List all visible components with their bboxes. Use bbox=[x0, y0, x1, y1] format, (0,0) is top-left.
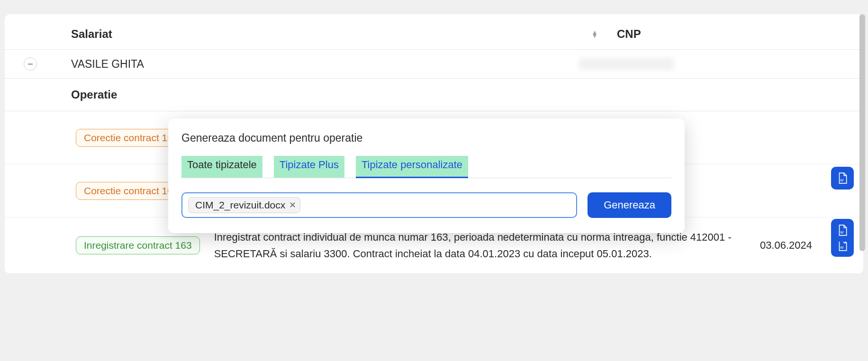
generate-document-button[interactable]: W bbox=[831, 167, 854, 190]
operation-badge[interactable]: Corectie contract 15 bbox=[76, 129, 181, 147]
svg-text:W: W bbox=[840, 245, 844, 250]
tab-plus-templates[interactable]: Tipizate Plus bbox=[274, 156, 344, 178]
column-header-salariat-label: Salariat bbox=[71, 27, 112, 41]
operations-subheader-label: Operatie bbox=[71, 88, 117, 101]
employee-operations-card: Salariat ▲▼ CNP − VASILE GHITA bbox=[5, 14, 863, 274]
column-header-tools: ▲▼ bbox=[591, 29, 603, 40]
operation-badge[interactable]: Inregistrare contract 163 bbox=[76, 236, 200, 254]
svg-text:W: W bbox=[840, 230, 844, 235]
employee-name: VASILE GHITA bbox=[71, 58, 579, 71]
operation-date: 03.06.2024 bbox=[760, 239, 812, 252]
operation-badge[interactable]: Corectie contract 10 bbox=[76, 182, 181, 200]
column-header-cnp[interactable]: CNP bbox=[617, 27, 844, 41]
scrollbar-thumb[interactable] bbox=[859, 14, 865, 251]
cnp-value-redacted bbox=[579, 58, 674, 70]
column-header-salariat[interactable]: Salariat bbox=[71, 27, 591, 41]
table-header: Salariat ▲▼ CNP bbox=[5, 14, 863, 50]
collapse-toggle[interactable]: − bbox=[24, 57, 37, 71]
popover-title: Genereaza document pentru operatie bbox=[181, 132, 671, 144]
popover-form: CIM_2_revizuit.docx ✕ Genereaza bbox=[181, 192, 671, 218]
generate-document-popover: Genereaza document pentru operatie Toate… bbox=[168, 118, 685, 233]
generate-document-button[interactable]: W bbox=[831, 219, 854, 242]
operations-subheader: Operatie bbox=[5, 79, 863, 111]
operation-description: Inregistrat contract individual de munca… bbox=[214, 229, 746, 262]
generate-button[interactable]: Genereaza bbox=[588, 192, 671, 218]
remove-template-icon[interactable]: ✕ bbox=[289, 200, 296, 210]
tab-all-templates[interactable]: Toate tipizatele bbox=[181, 156, 262, 178]
employee-row: − VASILE GHITA bbox=[5, 50, 863, 79]
template-tabs: Toate tipizatele Tipizate Plus Tipizate … bbox=[181, 156, 671, 178]
svg-text:W: W bbox=[840, 178, 844, 182]
template-select-input[interactable]: CIM_2_revizuit.docx ✕ bbox=[181, 192, 577, 218]
sort-icon[interactable]: ▲▼ bbox=[591, 31, 598, 37]
selected-template-chip[interactable]: CIM_2_revizuit.docx ✕ bbox=[188, 197, 300, 213]
tab-custom-templates[interactable]: Tipizate personalizate bbox=[356, 156, 468, 178]
column-header-cnp-label: CNP bbox=[617, 27, 641, 41]
selected-template-name: CIM_2_revizuit.docx bbox=[195, 199, 285, 211]
